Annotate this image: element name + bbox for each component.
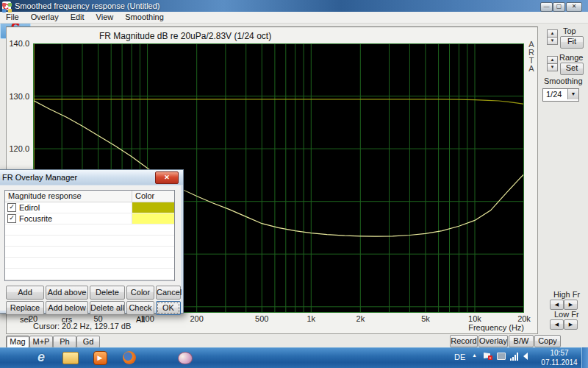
action-center-icon[interactable]: x [484,353,490,358]
range-label: Range [559,53,583,62]
taskbar-icon-media-player[interactable]: ▶ [91,350,109,366]
top-label: Top [563,26,576,35]
menu-bar: FileOverlayEditViewSmoothing [0,12,588,24]
low-fr-right-button[interactable]: ▶ [564,319,578,330]
low-fr-left-button[interactable]: ◀ [550,319,564,330]
dialog-button-check-all[interactable]: Check All [126,301,154,315]
tray-date: 07.11.2014 [540,358,578,367]
dialog-button-add[interactable]: Add [6,286,44,300]
mode-button-mag[interactable]: Mag [6,336,29,348]
chevron-down-icon[interactable]: ▼ [567,89,578,99]
fit-button[interactable]: Fit [560,36,584,49]
minimize-button[interactable]: — [540,2,553,12]
watermark-letter: A [526,65,537,73]
title-bar: C Smoothed frequency response (Untitled)… [0,0,588,12]
x-tick-20k: 20k [517,314,531,323]
high-fr-left-button[interactable]: ◀ [550,300,564,310]
windows-flag-icon [8,3,12,7]
color-swatch-focusrite[interactable] [132,213,174,224]
dialog-title-bar[interactable]: FR Overlay Manager ✕ [0,170,183,185]
close-button[interactable]: ✕ [566,2,582,12]
menu-item-overlay[interactable]: Overlay [25,12,65,23]
menu-item-view[interactable]: View [90,12,120,23]
maximize-button[interactable]: ▢ [553,2,565,12]
column-color: Color [132,191,174,202]
checkbox-focusrite[interactable]: ✓ [7,214,16,223]
action-button-overlay[interactable]: Overlay [478,335,508,347]
checkbox-edirol[interactable]: ✓ [7,203,16,212]
smoothing-dropdown[interactable]: 1/24 ▼ [542,88,579,102]
name-cell: ✓Edirol [5,202,132,213]
action-button-bw[interactable]: B/W [509,335,534,347]
dialog-button-color[interactable]: Color [126,286,154,300]
mode-button-mp[interactable]: M+P [29,336,53,348]
x-tick-200: 200 [190,314,203,323]
screen: C Smoothed frequency response (Untitled)… [0,0,588,368]
mode-button-ph[interactable]: Ph [53,336,76,348]
action-button-record[interactable]: Record [450,335,478,347]
action-button-copy[interactable]: Copy [534,335,561,347]
dialog-button-replace-sel[interactable]: Replace sel [6,301,44,315]
x-tick-5k: 5k [421,314,430,323]
menu-item-edit[interactable]: Edit [65,12,90,23]
dialog-button-ok[interactable]: OK [156,301,181,315]
dialog-button-delete-sel[interactable]: Delete sel [90,286,125,300]
arta-watermark: ARTA [526,40,537,73]
high-fr-label: High Fr [553,290,580,299]
overlay-list: Magnitude response Color ✓Edirol✓Focusri… [4,190,175,281]
network-icon[interactable] [510,353,520,361]
list-header: Magnitude response Color [5,191,174,202]
set-button[interactable]: Set [560,63,584,75]
tray-time: 10:57 [540,348,578,358]
x-tick-500: 500 [255,314,268,323]
overlay-row-focusrite[interactable]: ✓Focusrite [5,213,174,224]
show-desktop-button[interactable] [581,347,588,368]
taskbar-icon-paint[interactable] [176,350,194,366]
top-down-spinner[interactable]: ▼ [547,37,558,45]
fr-overlay-manager-dialog: FR Overlay Manager ✕ Magnitude response … [0,169,184,314]
dialog-body: Magnitude response Color ✓Edirol✓Focusri… [0,185,181,311]
x-tick-1k: 1k [306,314,315,323]
volume-icon[interactable] [523,353,528,360]
taskbar-icon-firefox[interactable] [121,350,138,366]
dialog-button-cancel[interactable]: Cancel [156,286,181,300]
name-cell: ✓Focusrite [5,213,132,224]
mode-button-gd[interactable]: Gd [76,336,100,348]
clock[interactable]: 10:5707.11.2014 [540,348,578,367]
overlay-label: Focusrite [19,214,52,223]
cursor-readout: Cursor: 20.2 Hz, 129.17 dB [33,322,131,330]
display-icon[interactable] [497,353,506,360]
x-tick-10k: 10k [468,314,481,323]
windows-flag-icon [2,3,6,7]
y-tick-130.0: 130.0 [1,92,29,101]
windows-flag-icon [2,9,6,13]
windows-flag-icon [8,9,12,13]
dialog-title: FR Overlay Manager [2,173,77,182]
dialog-close-icon[interactable]: ✕ [155,171,179,184]
dialog-button-add-above-crs[interactable]: Add above crs [46,286,88,300]
empty-row [5,236,174,247]
color-swatch-edirol[interactable] [132,202,174,213]
x-tick-2k: 2k [356,314,365,323]
overlay-row-edirol[interactable]: ✓Edirol [5,202,174,213]
smoothing-value: 1/24 [546,90,562,99]
hidden-icons-chevron[interactable]: ▲ [472,353,477,358]
menu-item-file[interactable]: File [0,12,25,23]
dialog-button-add-below-crs[interactable]: Add below crs [46,301,88,315]
taskbar-icon-internet-explorer[interactable]: e [32,350,50,366]
language-indicator[interactable]: DE [454,353,465,361]
taskbar-icon-windows-explorer[interactable] [62,350,79,366]
y-tick-140.0: 140.0 [1,39,29,48]
chart-title: FR Magnitude dB re 20uPa/2.83V (1/24 oct… [99,31,271,41]
high-fr-right-button[interactable]: ▶ [564,300,578,310]
range-down-spinner[interactable]: ▼ [547,63,558,71]
smoothing-label: Smoothing [544,77,583,85]
low-fr-label: Low Fr [554,310,579,319]
y-tick-120.0: 120.0 [1,144,29,153]
overlay-label: Edirol [19,203,40,212]
menu-item-smoothing[interactable]: Smoothing [119,12,170,23]
empty-row [5,247,174,258]
empty-row [5,269,174,280]
empty-row [5,258,174,269]
dialog-button-delete-all[interactable]: Delete all [90,301,125,315]
